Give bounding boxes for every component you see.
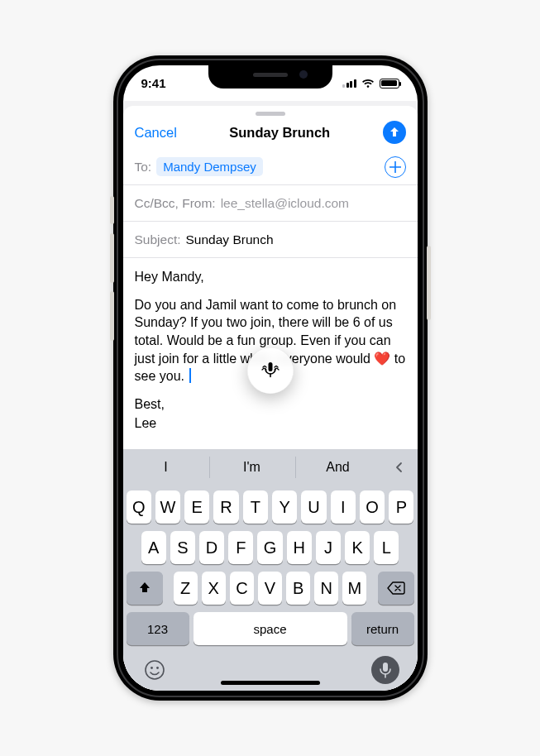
key-o[interactable]: O <box>360 490 385 524</box>
key-t[interactable]: T <box>243 490 268 524</box>
voice-control-badge[interactable] <box>247 347 294 394</box>
key-y[interactable]: Y <box>272 490 297 524</box>
notch <box>208 65 332 89</box>
add-contact-button[interactable] <box>385 156 406 178</box>
svg-point-3 <box>151 667 153 669</box>
svg-rect-5 <box>383 663 388 672</box>
subject-label: Subject: <box>135 232 181 247</box>
key-n[interactable]: N <box>314 572 338 605</box>
key-a[interactable]: A <box>141 531 166 564</box>
key-c[interactable]: C <box>230 572 254 605</box>
key-l[interactable]: L <box>374 531 399 564</box>
key-i[interactable]: I <box>331 490 356 524</box>
wifi-icon <box>361 79 375 89</box>
key-z[interactable]: Z <box>174 572 198 605</box>
ccbcc-from-label: Cc/Bcc, From: <box>135 196 216 211</box>
key-x[interactable]: X <box>202 572 226 605</box>
emoji-button[interactable] <box>141 657 168 683</box>
suggestion-1[interactable]: I <box>123 449 209 486</box>
backspace-icon <box>387 581 405 595</box>
subject-value: Sunday Brunch <box>186 232 274 247</box>
key-u[interactable]: U <box>301 490 326 524</box>
dictation-button[interactable] <box>371 656 399 684</box>
arrow-up-icon <box>388 126 401 139</box>
suggestion-3[interactable]: And <box>295 449 381 486</box>
chevron-left-icon <box>394 462 405 473</box>
key-row-1: Q W E R T Y U I O P <box>127 490 414 524</box>
backspace-key[interactable] <box>378 572 414 605</box>
from-address: lee_stella@icloud.com <box>221 196 349 211</box>
send-button[interactable] <box>383 121 406 144</box>
status-time: 9:41 <box>141 76 166 90</box>
plus-icon <box>389 161 401 173</box>
key-k[interactable]: K <box>345 531 370 564</box>
home-indicator[interactable] <box>221 681 320 685</box>
key-v[interactable]: V <box>258 572 282 605</box>
emoji-icon <box>144 659 165 681</box>
svg-point-4 <box>156 667 159 669</box>
key-d[interactable]: D <box>199 531 224 564</box>
heart-emoji-icon: ❤️ <box>374 352 390 366</box>
key-m[interactable]: M <box>342 572 366 605</box>
cancel-button[interactable]: Cancel <box>135 125 177 141</box>
key-g[interactable]: G <box>257 531 282 564</box>
svg-point-2 <box>146 661 164 679</box>
volume-down-button <box>110 291 114 341</box>
body-name: Lee <box>135 414 406 433</box>
suggestion-2[interactable]: I'm <box>209 449 295 486</box>
battery-icon <box>380 79 399 89</box>
key-j[interactable]: J <box>316 531 341 564</box>
keyboard: Q W E R T Y U I O P A <box>123 486 418 691</box>
to-field[interactable]: To: Mandy Dempsey <box>123 149 418 185</box>
key-w[interactable]: W <box>155 490 180 524</box>
body-signoff: Best, <box>135 395 406 414</box>
compose-navbar: Cancel Sunday Brunch <box>123 116 418 149</box>
key-b[interactable]: B <box>286 572 310 605</box>
subject-field[interactable]: Subject: Sunday Brunch <box>123 222 418 258</box>
key-q[interactable]: Q <box>127 490 151 524</box>
key-f[interactable]: F <box>228 531 253 564</box>
key-e[interactable]: E <box>184 490 209 524</box>
recipient-chip[interactable]: Mandy Dempsey <box>156 157 263 176</box>
shift-icon <box>137 581 152 596</box>
mic-voice-icon <box>260 360 281 381</box>
svg-rect-0 <box>268 362 272 371</box>
to-label: To: <box>135 160 152 175</box>
shift-key[interactable] <box>127 572 163 605</box>
body-greeting: Hey Mandy, <box>135 268 406 286</box>
key-row-bottom: 123 space return <box>127 612 414 645</box>
numbers-key[interactable]: 123 <box>127 612 189 645</box>
mic-icon <box>379 662 392 678</box>
key-s[interactable]: S <box>170 531 195 564</box>
cellular-signal-icon <box>342 79 356 88</box>
screen: 9:41 Cancel Sunday Brunch <box>123 65 418 691</box>
volume-up-button <box>110 233 114 283</box>
key-p[interactable]: P <box>389 490 413 524</box>
text-cursor <box>189 368 191 383</box>
key-r[interactable]: R <box>213 490 238 524</box>
key-h[interactable]: H <box>287 531 312 564</box>
iphone-frame: 9:41 Cancel Sunday Brunch <box>113 55 428 701</box>
compose-title: Sunday Brunch <box>229 125 330 141</box>
return-key[interactable]: return <box>351 612 414 645</box>
key-row-2: A S D F G H J K L <box>127 531 414 564</box>
mute-switch <box>110 196 114 224</box>
side-button <box>427 246 431 320</box>
collapse-predictive-button[interactable] <box>381 449 418 486</box>
predictive-bar: I I'm And <box>123 449 418 486</box>
space-key[interactable]: space <box>194 612 347 645</box>
compose-sheet: Cancel Sunday Brunch To: Mandy Dempsey <box>123 106 418 691</box>
ccbcc-from-field[interactable]: Cc/Bcc, From: lee_stella@icloud.com <box>123 185 418 222</box>
key-row-3: Z X C V B N M <box>127 572 414 605</box>
